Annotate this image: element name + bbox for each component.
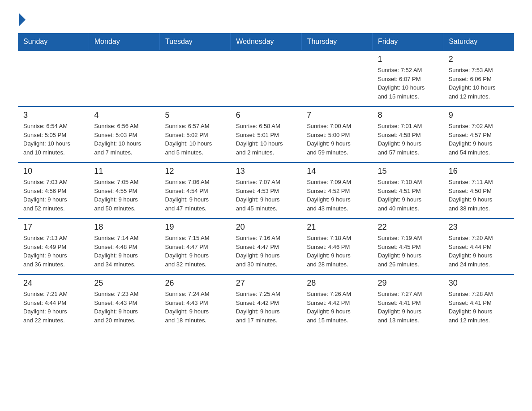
day-number: 18 xyxy=(94,223,154,232)
day-info: Sunrise: 7:21 AM Sunset: 4:44 PM Dayligh… xyxy=(23,290,83,325)
calendar-cell: 23Sunrise: 7:20 AM Sunset: 4:44 PM Dayli… xyxy=(443,218,514,274)
day-info: Sunrise: 7:16 AM Sunset: 4:47 PM Dayligh… xyxy=(236,234,296,269)
day-number: 20 xyxy=(236,223,296,232)
day-info: Sunrise: 7:07 AM Sunset: 4:53 PM Dayligh… xyxy=(236,178,296,213)
calendar-cell: 6Sunrise: 6:58 AM Sunset: 5:01 PM Daylig… xyxy=(231,107,301,163)
day-info: Sunrise: 7:27 AM Sunset: 4:41 PM Dayligh… xyxy=(378,290,438,325)
day-info: Sunrise: 7:03 AM Sunset: 4:56 PM Dayligh… xyxy=(23,178,83,213)
day-number: 6 xyxy=(236,111,296,120)
day-info: Sunrise: 7:25 AM Sunset: 4:42 PM Dayligh… xyxy=(236,290,296,325)
day-number: 10 xyxy=(23,167,83,176)
calendar-cell: 1Sunrise: 7:52 AM Sunset: 6:07 PM Daylig… xyxy=(372,51,443,107)
calendar-cell: 4Sunrise: 6:56 AM Sunset: 5:03 PM Daylig… xyxy=(89,107,159,163)
day-header-saturday: Saturday xyxy=(443,33,514,51)
day-info: Sunrise: 7:10 AM Sunset: 4:51 PM Dayligh… xyxy=(378,178,438,213)
day-info: Sunrise: 7:18 AM Sunset: 4:46 PM Dayligh… xyxy=(307,234,367,269)
calendar-cell: 2Sunrise: 7:53 AM Sunset: 6:06 PM Daylig… xyxy=(443,51,514,107)
day-number: 19 xyxy=(165,223,225,232)
calendar-cell: 19Sunrise: 7:15 AM Sunset: 4:47 PM Dayli… xyxy=(160,218,231,274)
day-info: Sunrise: 7:26 AM Sunset: 4:42 PM Dayligh… xyxy=(307,290,367,325)
day-header-thursday: Thursday xyxy=(301,33,372,51)
calendar-cell: 17Sunrise: 7:13 AM Sunset: 4:49 PM Dayli… xyxy=(18,218,89,274)
calendar-cell xyxy=(160,51,231,107)
day-info: Sunrise: 6:54 AM Sunset: 5:05 PM Dayligh… xyxy=(23,122,83,157)
day-number: 5 xyxy=(165,111,225,120)
day-info: Sunrise: 7:23 AM Sunset: 4:43 PM Dayligh… xyxy=(94,290,154,325)
day-number: 16 xyxy=(449,167,509,176)
calendar-cell: 7Sunrise: 7:00 AM Sunset: 5:00 PM Daylig… xyxy=(301,107,372,163)
day-header-sunday: Sunday xyxy=(18,33,89,51)
day-info: Sunrise: 7:01 AM Sunset: 4:58 PM Dayligh… xyxy=(378,122,438,157)
calendar-week-row: 10Sunrise: 7:03 AM Sunset: 4:56 PM Dayli… xyxy=(18,163,514,218)
day-number: 15 xyxy=(378,167,438,176)
calendar-cell: 9Sunrise: 7:02 AM Sunset: 4:57 PM Daylig… xyxy=(443,107,514,163)
calendar-cell: 11Sunrise: 7:05 AM Sunset: 4:55 PM Dayli… xyxy=(89,163,159,218)
logo-arrow-icon xyxy=(19,13,26,26)
calendar-cell: 15Sunrise: 7:10 AM Sunset: 4:51 PM Dayli… xyxy=(372,163,443,218)
calendar-cell: 27Sunrise: 7:25 AM Sunset: 4:42 PM Dayli… xyxy=(231,274,301,330)
calendar-cell: 8Sunrise: 7:01 AM Sunset: 4:58 PM Daylig… xyxy=(372,107,443,163)
day-number: 11 xyxy=(94,167,154,176)
day-info: Sunrise: 7:52 AM Sunset: 6:07 PM Dayligh… xyxy=(378,66,438,101)
calendar-cell: 30Sunrise: 7:28 AM Sunset: 4:41 PM Dayli… xyxy=(443,274,514,330)
day-number: 27 xyxy=(236,278,296,288)
day-info: Sunrise: 7:19 AM Sunset: 4:45 PM Dayligh… xyxy=(378,234,438,269)
day-header-tuesday: Tuesday xyxy=(160,33,231,51)
calendar-week-row: 1Sunrise: 7:52 AM Sunset: 6:07 PM Daylig… xyxy=(18,51,514,107)
day-number: 12 xyxy=(165,167,225,176)
day-number: 9 xyxy=(449,111,509,120)
day-info: Sunrise: 7:06 AM Sunset: 4:54 PM Dayligh… xyxy=(165,178,225,213)
day-number: 24 xyxy=(23,278,83,288)
calendar-cell: 29Sunrise: 7:27 AM Sunset: 4:41 PM Dayli… xyxy=(372,274,443,330)
calendar-cell: 16Sunrise: 7:11 AM Sunset: 4:50 PM Dayli… xyxy=(443,163,514,218)
day-info: Sunrise: 7:05 AM Sunset: 4:55 PM Dayligh… xyxy=(94,178,154,213)
calendar-cell: 25Sunrise: 7:23 AM Sunset: 4:43 PM Dayli… xyxy=(89,274,159,330)
calendar-cell: 21Sunrise: 7:18 AM Sunset: 4:46 PM Dayli… xyxy=(301,218,372,274)
day-number: 17 xyxy=(23,223,83,232)
calendar-cell: 26Sunrise: 7:24 AM Sunset: 4:43 PM Dayli… xyxy=(160,274,231,330)
day-info: Sunrise: 7:11 AM Sunset: 4:50 PM Dayligh… xyxy=(449,178,509,213)
calendar-cell: 3Sunrise: 6:54 AM Sunset: 5:05 PM Daylig… xyxy=(18,107,89,163)
calendar-cell: 24Sunrise: 7:21 AM Sunset: 4:44 PM Dayli… xyxy=(18,274,89,330)
day-info: Sunrise: 7:53 AM Sunset: 6:06 PM Dayligh… xyxy=(449,66,509,101)
calendar-cell: 22Sunrise: 7:19 AM Sunset: 4:45 PM Dayli… xyxy=(372,218,443,274)
calendar-table: SundayMondayTuesdayWednesdayThursdayFrid… xyxy=(18,33,514,330)
calendar-cell: 13Sunrise: 7:07 AM Sunset: 4:53 PM Dayli… xyxy=(231,163,301,218)
day-number: 8 xyxy=(378,111,438,120)
day-info: Sunrise: 7:20 AM Sunset: 4:44 PM Dayligh… xyxy=(449,234,509,269)
calendar-cell: 10Sunrise: 7:03 AM Sunset: 4:56 PM Dayli… xyxy=(18,163,89,218)
day-info: Sunrise: 7:28 AM Sunset: 4:41 PM Dayligh… xyxy=(449,290,509,325)
day-header-wednesday: Wednesday xyxy=(231,33,301,51)
calendar-cell: 18Sunrise: 7:14 AM Sunset: 4:48 PM Dayli… xyxy=(89,218,159,274)
calendar-week-row: 24Sunrise: 7:21 AM Sunset: 4:44 PM Dayli… xyxy=(18,274,514,330)
logo xyxy=(18,13,26,24)
calendar-cell: 12Sunrise: 7:06 AM Sunset: 4:54 PM Dayli… xyxy=(160,163,231,218)
day-header-friday: Friday xyxy=(372,33,443,51)
day-number: 4 xyxy=(94,111,154,120)
calendar-week-row: 3Sunrise: 6:54 AM Sunset: 5:05 PM Daylig… xyxy=(18,107,514,163)
day-info: Sunrise: 7:15 AM Sunset: 4:47 PM Dayligh… xyxy=(165,234,225,269)
day-number: 7 xyxy=(307,111,367,120)
day-number: 3 xyxy=(23,111,83,120)
day-number: 30 xyxy=(449,278,509,288)
day-number: 23 xyxy=(449,223,509,232)
day-info: Sunrise: 6:56 AM Sunset: 5:03 PM Dayligh… xyxy=(94,122,154,157)
day-info: Sunrise: 7:24 AM Sunset: 4:43 PM Dayligh… xyxy=(165,290,225,325)
day-number: 28 xyxy=(307,278,367,288)
day-info: Sunrise: 7:14 AM Sunset: 4:48 PM Dayligh… xyxy=(94,234,154,269)
calendar-cell xyxy=(89,51,159,107)
calendar-cell: 14Sunrise: 7:09 AM Sunset: 4:52 PM Dayli… xyxy=(301,163,372,218)
calendar-cell xyxy=(301,51,372,107)
day-info: Sunrise: 7:13 AM Sunset: 4:49 PM Dayligh… xyxy=(23,234,83,269)
calendar-header-row: SundayMondayTuesdayWednesdayThursdayFrid… xyxy=(18,33,514,51)
day-number: 13 xyxy=(236,167,296,176)
calendar-cell: 5Sunrise: 6:57 AM Sunset: 5:02 PM Daylig… xyxy=(160,107,231,163)
calendar-week-row: 17Sunrise: 7:13 AM Sunset: 4:49 PM Dayli… xyxy=(18,218,514,274)
day-number: 14 xyxy=(307,167,367,176)
calendar-cell: 28Sunrise: 7:26 AM Sunset: 4:42 PM Dayli… xyxy=(301,274,372,330)
day-info: Sunrise: 7:00 AM Sunset: 5:00 PM Dayligh… xyxy=(307,122,367,157)
day-header-monday: Monday xyxy=(89,33,159,51)
day-number: 26 xyxy=(165,278,225,288)
calendar-cell: 20Sunrise: 7:16 AM Sunset: 4:47 PM Dayli… xyxy=(231,218,301,274)
page-header xyxy=(18,13,514,24)
